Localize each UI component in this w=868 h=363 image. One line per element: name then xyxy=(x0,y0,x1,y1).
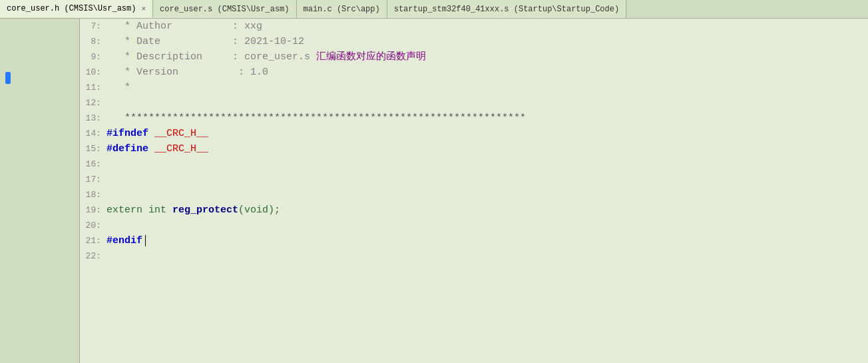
token: __CRC_H__ xyxy=(148,143,208,155)
code-line: 19:extern int reg_protect(void); xyxy=(80,202,868,218)
token: │ xyxy=(142,235,148,246)
token: #define xyxy=(107,143,148,155)
code-line: 12: xyxy=(80,95,868,111)
line-number: 11: xyxy=(80,80,107,95)
token: (void); xyxy=(238,204,280,216)
tab-main-c[interactable]: main.c (Src\app) xyxy=(297,0,387,18)
code-line: 9: * Description : core_user.s 汇编函数对应的函数… xyxy=(80,49,868,65)
line-content xyxy=(107,157,868,172)
token: * xyxy=(107,21,136,32)
line-content xyxy=(107,95,868,111)
token: __CRC_H__ xyxy=(148,128,208,139)
line-content: * xyxy=(107,80,868,95)
tab-label: core_user.h (CMSIS\Usr_asm) xyxy=(7,4,136,13)
code-editor[interactable]: 7: * Author : xxg8: * Date : 2021-10-129… xyxy=(80,19,868,363)
line-number: 12: xyxy=(80,95,107,111)
line-number: 17: xyxy=(80,172,107,187)
code-line: 7: * Author : xxg xyxy=(80,19,868,34)
code-line: 8: * Date : 2021-10-12 xyxy=(80,34,868,49)
line-content: * Date : 2021-10-12 xyxy=(107,34,868,49)
token: ****************************************… xyxy=(107,113,526,124)
editor-layout: 7: * Author : xxg8: * Date : 2021-10-129… xyxy=(0,19,868,363)
token: #endif xyxy=(107,235,142,246)
tab-bar: core_user.h (CMSIS\Usr_asm) ✕ core_user.… xyxy=(0,0,868,19)
line-content: ****************************************… xyxy=(107,111,868,126)
line-number: 9: xyxy=(80,49,107,65)
tab-label: core_user.s (CMSIS\Usr_asm) xyxy=(160,5,289,14)
token: #ifndef xyxy=(107,128,148,139)
line-number: 7: xyxy=(80,19,107,34)
line-content: * Version : 1.0 xyxy=(107,65,868,80)
token: * xyxy=(107,82,130,93)
token: reg_protect xyxy=(172,204,238,216)
line-number: 10: xyxy=(80,65,107,80)
line-content: * Description : core_user.s 汇编函数对应的函数声明 xyxy=(107,49,868,65)
token: * Date : 2021-10-12 xyxy=(107,36,304,47)
code-line: 15:#define __CRC_H__ xyxy=(80,141,868,157)
code-line: 13: ************************************… xyxy=(80,111,868,126)
line-number: 14: xyxy=(80,126,107,141)
code-line: 18: xyxy=(80,187,868,202)
line-content: #define __CRC_H__ xyxy=(107,141,868,157)
token: * Description : core_user.s xyxy=(107,51,316,63)
token: extern int xyxy=(107,204,172,216)
token: 汇编函数对应的函数声明 xyxy=(316,51,426,63)
token: Author xyxy=(136,21,172,32)
line-number: 15: xyxy=(80,141,107,157)
line-content xyxy=(107,248,868,264)
line-content xyxy=(107,218,868,233)
line-number: 20: xyxy=(80,218,107,233)
scrollbar-thumb[interactable] xyxy=(5,72,11,84)
tab-label: startup_stm32f40_41xxx.s (Startup\Startu… xyxy=(394,5,619,14)
line-content: #endif│ xyxy=(107,233,868,248)
code-line: 22: xyxy=(80,248,868,264)
line-content: * Author : xxg xyxy=(107,19,868,34)
token: : xxg xyxy=(172,21,262,32)
line-number: 22: xyxy=(80,248,107,264)
line-number: 13: xyxy=(80,111,107,126)
code-line: 11: * xyxy=(80,80,868,95)
code-line: 17: xyxy=(80,172,868,187)
tab-startup[interactable]: startup_stm32f40_41xxx.s (Startup\Startu… xyxy=(387,0,626,18)
line-number: 19: xyxy=(80,202,107,218)
tab-core-user-h[interactable]: core_user.h (CMSIS\Usr_asm) ✕ xyxy=(0,0,153,18)
code-line: 16: xyxy=(80,157,868,172)
line-number: 8: xyxy=(80,34,107,49)
tab-close-icon[interactable]: ✕ xyxy=(141,4,146,13)
line-number: 18: xyxy=(80,187,107,202)
line-number: 16: xyxy=(80,157,107,172)
tab-core-user-s[interactable]: core_user.s (CMSIS\Usr_asm) xyxy=(153,0,296,18)
line-content xyxy=(107,172,868,187)
code-line: 21:#endif│ xyxy=(80,233,868,248)
line-content: #ifndef __CRC_H__ xyxy=(107,126,868,141)
code-line: 20: xyxy=(80,218,868,233)
left-gutter xyxy=(0,19,80,363)
line-number: 21: xyxy=(80,233,107,248)
token: * Version : 1.0 xyxy=(107,67,268,78)
tab-label: main.c (Src\app) xyxy=(304,5,380,14)
line-content xyxy=(107,187,868,202)
line-content: extern int reg_protect(void); xyxy=(107,202,868,218)
code-line: 14:#ifndef __CRC_H__ xyxy=(80,126,868,141)
code-line: 10: * Version : 1.0 xyxy=(80,65,868,80)
